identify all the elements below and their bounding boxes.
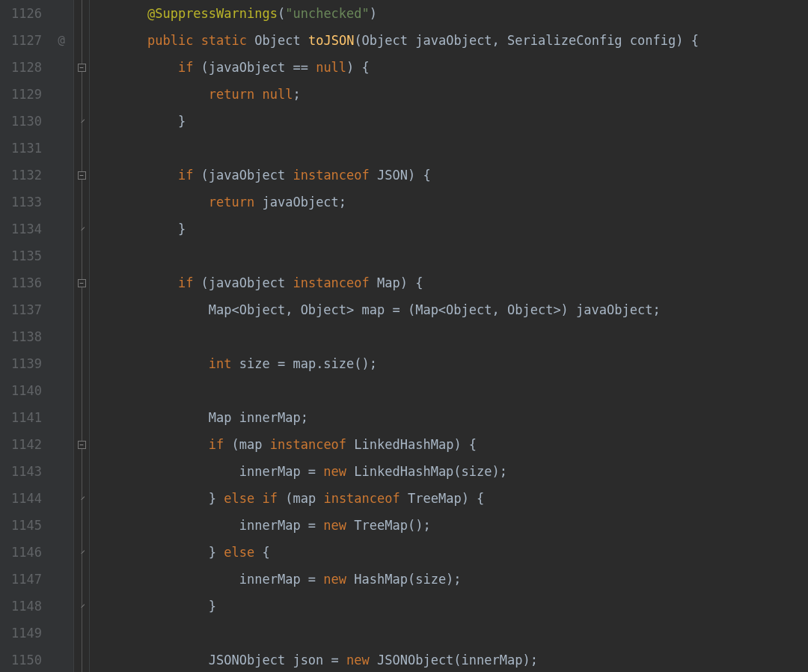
code-line[interactable]: if (javaObject instanceof Map) { [117, 269, 808, 296]
fold-marker[interactable] [74, 108, 89, 135]
fold-marker[interactable] [74, 458, 89, 485]
code-token: } [117, 114, 186, 129]
code-line[interactable]: innerMap = new TreeMap(); [117, 512, 808, 539]
fold-marker[interactable] [74, 0, 89, 27]
fold-marker[interactable] [74, 431, 89, 458]
line-number[interactable]: 1144 [0, 485, 42, 512]
fold-marker[interactable] [74, 593, 89, 620]
fold-gutter[interactable] [73, 0, 90, 672]
code-token: { [254, 545, 269, 560]
fold-marker[interactable] [74, 404, 89, 431]
fold-marker[interactable] [74, 242, 89, 269]
code-token: (map [224, 437, 269, 452]
code-token: innerMap = [117, 518, 323, 533]
fold-marker[interactable] [74, 485, 89, 512]
annotation-gutter[interactable]: @ [49, 0, 73, 672]
code-token [117, 6, 147, 21]
gutter-annotation [49, 108, 73, 135]
fold-marker[interactable] [74, 216, 89, 242]
code-line[interactable]: Map innerMap; [117, 404, 808, 431]
line-number[interactable]: 1127 [0, 27, 42, 54]
code-line[interactable]: if (javaObject == null) { [117, 54, 808, 81]
line-number[interactable]: 1145 [0, 512, 42, 539]
line-number[interactable]: 1135 [0, 242, 42, 269]
fold-marker[interactable] [74, 296, 89, 323]
code-line[interactable]: } else if (map instanceof TreeMap) { [117, 485, 808, 512]
line-number[interactable]: 1131 [0, 135, 42, 162]
line-number[interactable]: 1150 [0, 647, 42, 672]
fold-marker[interactable] [74, 269, 89, 296]
line-number[interactable]: 1133 [0, 189, 42, 216]
fold-marker[interactable] [74, 189, 89, 216]
code-line[interactable] [117, 377, 808, 404]
fold-marker[interactable] [74, 27, 89, 54]
line-number[interactable]: 1134 [0, 216, 42, 242]
code-line[interactable]: innerMap = new LinkedHashMap(size); [117, 458, 808, 485]
line-number[interactable]: 1132 [0, 162, 42, 189]
code-line[interactable]: innerMap = new HashMap(size); [117, 566, 808, 593]
code-token: "unchecked" [285, 6, 370, 21]
code-token: Map<Object, Object> map = (Map<Object, O… [117, 302, 661, 317]
code-line[interactable]: int size = map.size(); [117, 350, 808, 377]
code-editor[interactable]: 1126112711281129113011311132113311341135… [0, 0, 808, 672]
code-token: (javaObject [193, 168, 293, 183]
code-line[interactable] [117, 242, 808, 269]
fold-marker[interactable] [74, 162, 89, 189]
code-line[interactable]: } [117, 108, 808, 135]
line-number[interactable]: 1149 [0, 620, 42, 647]
code-line[interactable]: } else { [117, 539, 808, 566]
code-token: innerMap = [117, 464, 323, 479]
code-line[interactable]: if (javaObject instanceof JSON) { [117, 162, 808, 189]
code-token: } [117, 545, 224, 560]
code-line[interactable]: if (map instanceof LinkedHashMap) { [117, 431, 808, 458]
fold-marker[interactable] [74, 323, 89, 350]
code-line[interactable]: JSONObject json = new JSONObject(innerMa… [117, 647, 808, 672]
code-line[interactable] [117, 620, 808, 647]
fold-marker[interactable] [74, 135, 89, 162]
line-number[interactable]: 1148 [0, 593, 42, 620]
line-number[interactable]: 1128 [0, 54, 42, 81]
fold-marker[interactable] [74, 566, 89, 593]
line-number[interactable]: 1143 [0, 458, 42, 485]
fold-marker[interactable] [74, 647, 89, 672]
code-token: (map [278, 491, 323, 506]
code-line[interactable]: return null; [117, 81, 808, 108]
line-number[interactable]: 1140 [0, 377, 42, 404]
code-token: JSONObject(innerMap); [370, 653, 538, 668]
fold-marker[interactable] [74, 620, 89, 647]
line-number[interactable]: 1126 [0, 0, 42, 27]
line-number[interactable]: 1138 [0, 323, 42, 350]
code-line[interactable]: } [117, 593, 808, 620]
code-token [193, 33, 201, 48]
code-line[interactable]: Map<Object, Object> map = (Map<Object, O… [117, 296, 808, 323]
code-line[interactable] [117, 135, 808, 162]
fold-marker[interactable] [74, 512, 89, 539]
line-number[interactable]: 1146 [0, 539, 42, 566]
line-number[interactable]: 1129 [0, 81, 42, 108]
line-number[interactable]: 1137 [0, 296, 42, 323]
line-number[interactable]: 1136 [0, 269, 42, 296]
code-token: ( [278, 6, 285, 21]
line-number[interactable]: 1130 [0, 108, 42, 135]
code-area[interactable]: @SuppressWarnings("unchecked") public st… [90, 0, 808, 672]
fold-marker[interactable] [74, 81, 89, 108]
code-token: public [147, 33, 193, 48]
code-token: instanceof [270, 437, 346, 452]
line-number[interactable]: 1141 [0, 404, 42, 431]
fold-marker[interactable] [74, 54, 89, 81]
code-line[interactable]: return javaObject; [117, 189, 808, 216]
code-line[interactable]: public static Object toJSON(Object javaO… [117, 27, 808, 54]
line-number[interactable]: 1147 [0, 566, 42, 593]
fold-marker[interactable] [74, 350, 89, 377]
line-number[interactable]: 1142 [0, 431, 42, 458]
code-line[interactable]: @SuppressWarnings("unchecked") [117, 0, 808, 27]
code-token: size = map.size(); [232, 356, 377, 371]
line-number[interactable]: 1139 [0, 350, 42, 377]
fold-marker[interactable] [74, 539, 89, 566]
gutter-annotation [49, 0, 73, 27]
code-token: innerMap = [117, 572, 323, 587]
fold-marker[interactable] [74, 377, 89, 404]
code-line[interactable] [117, 323, 808, 350]
code-line[interactable]: } [117, 216, 808, 242]
line-number-gutter[interactable]: 1126112711281129113011311132113311341135… [0, 0, 49, 672]
